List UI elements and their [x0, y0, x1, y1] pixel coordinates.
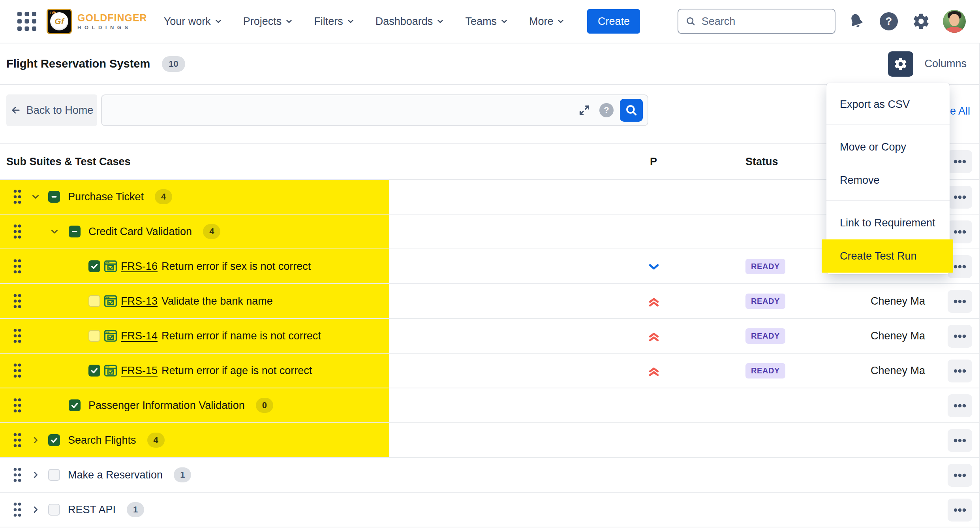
suite-count-badge: 4	[203, 224, 220, 239]
settings-button[interactable]	[910, 10, 933, 33]
row-checkbox-indeterminate[interactable]	[48, 191, 60, 203]
page-title: Flight Reservation System	[6, 57, 150, 70]
global-search-input[interactable]	[701, 15, 828, 28]
menu-item-create-test-run[interactable]: Create Test Run	[822, 239, 953, 273]
filter-search-input[interactable]	[111, 104, 576, 117]
search-help-button[interactable]: ?	[599, 103, 614, 117]
nav-item-projects[interactable]: Projects	[243, 15, 294, 28]
top-nav-menu: Your workProjectsFiltersDashboardsTeamsM…	[164, 15, 565, 28]
row-checkbox-unchecked[interactable]	[88, 330, 100, 342]
run-search-button[interactable]	[620, 99, 643, 122]
menu-item-remove[interactable]: Remove	[826, 164, 950, 197]
drag-handle[interactable]	[12, 362, 24, 380]
chevron-down-icon	[346, 17, 355, 26]
row-actions-button[interactable]	[948, 499, 972, 522]
drag-handle-icon	[12, 258, 23, 275]
row-actions-button[interactable]	[948, 464, 972, 487]
row-checkbox-unchecked[interactable]	[48, 469, 60, 481]
row-actions-button[interactable]	[948, 325, 972, 348]
back-to-home-link[interactable]: Back to Home	[6, 94, 97, 126]
suite-label[interactable]: Purchase Ticket	[68, 191, 144, 203]
search-icon	[685, 15, 696, 27]
nav-item-filters[interactable]: Filters	[314, 15, 355, 28]
collapse-toggle[interactable]	[49, 226, 60, 237]
assignee-name: Cheney Ma	[871, 365, 925, 377]
nav-item-dashboards[interactable]: Dashboards	[375, 15, 445, 28]
row-actions-button[interactable]	[948, 186, 972, 209]
row-checkbox-unchecked[interactable]	[88, 295, 100, 307]
columns-group: Columns	[888, 51, 967, 77]
row-checkbox-checked[interactable]	[88, 365, 100, 377]
test-key-link[interactable]: FRS-16	[121, 260, 158, 273]
row-actions-button[interactable]	[948, 290, 972, 313]
menu-item-move-or-copy[interactable]: Move or Copy	[826, 130, 950, 164]
drag-handle[interactable]	[12, 292, 24, 310]
brand-name: GOLDFINGER	[77, 13, 147, 23]
row-checkbox-checked[interactable]	[88, 260, 100, 272]
menu-item-export-as-csv[interactable]: Export as CSV	[826, 88, 950, 121]
goldfinger-logo[interactable]: 79F Gf	[47, 9, 72, 34]
row-checkbox-indeterminate[interactable]	[69, 226, 81, 237]
expand-toggle[interactable]	[30, 435, 41, 446]
expand-diagonal-icon	[578, 104, 591, 117]
drag-handle[interactable]	[12, 396, 24, 414]
minus-icon	[49, 192, 59, 201]
create-button[interactable]: Create	[587, 9, 640, 34]
drag-handle[interactable]	[12, 431, 24, 449]
header-actions-button[interactable]	[948, 150, 972, 173]
table-settings-button[interactable]	[888, 51, 913, 77]
nav-item-more[interactable]: More	[529, 15, 565, 28]
test-key-link[interactable]: FRS-14	[121, 330, 158, 342]
row-checkbox-checked[interactable]	[69, 399, 81, 411]
test-case-icon	[103, 294, 118, 308]
collapse-all-link-partial[interactable]: e All	[950, 105, 970, 117]
avatar-shirt	[945, 27, 964, 33]
nav-item-your-work[interactable]: Your work	[164, 15, 223, 28]
grid-icon	[17, 12, 36, 31]
test-title: Validate the bank name	[161, 295, 273, 307]
test-title: Return error if age is not correct	[161, 365, 312, 377]
suite-label[interactable]: Make a Reservation	[68, 469, 163, 481]
test-case-icon	[103, 363, 118, 378]
check-icon	[70, 401, 79, 410]
drag-handle[interactable]	[12, 466, 24, 484]
drag-handle[interactable]	[12, 188, 24, 206]
row-actions-button[interactable]	[948, 360, 972, 382]
help-button[interactable]: ?	[877, 10, 900, 33]
test-key-link[interactable]: FRS-13	[121, 295, 158, 307]
test-case-icon	[103, 363, 118, 378]
expand-toggle[interactable]	[30, 469, 41, 480]
priority-high-icon	[647, 364, 661, 378]
row-actions-button[interactable]	[948, 394, 972, 417]
menu-item-link-to-requirement[interactable]: Link to Requirement	[826, 206, 950, 239]
gear-icon	[912, 12, 930, 30]
row-checkbox-checked[interactable]	[48, 434, 60, 446]
suite-label[interactable]: Search Flights	[68, 434, 136, 446]
suite-label[interactable]: Passenger Information Validation	[88, 399, 245, 412]
nav-item-label: Dashboards	[375, 15, 433, 28]
row-actions-button[interactable]	[948, 429, 972, 452]
user-avatar[interactable]	[943, 10, 966, 33]
nav-item-teams[interactable]: Teams	[465, 15, 509, 28]
expand-editor-button[interactable]	[576, 102, 593, 119]
expand-toggle[interactable]	[30, 504, 41, 515]
drag-handle[interactable]	[12, 501, 24, 519]
test-key-link[interactable]: FRS-15	[121, 365, 158, 377]
suite-label[interactable]: Credit Card Validation	[88, 226, 192, 238]
drag-handle[interactable]	[12, 257, 24, 275]
check-icon	[49, 435, 59, 445]
filter-search-box[interactable]: ?	[101, 94, 648, 126]
gear-icon	[894, 57, 908, 71]
global-search[interactable]	[678, 9, 835, 34]
columns-button[interactable]: Columns	[924, 58, 967, 70]
status-badge: READY	[745, 294, 785, 309]
drag-handle[interactable]	[12, 222, 24, 241]
drag-handle[interactable]	[12, 327, 24, 345]
priority-high-icon	[647, 294, 661, 309]
collapse-toggle[interactable]	[30, 191, 41, 202]
app-switcher-icon[interactable]	[16, 10, 38, 32]
row-checkbox-unchecked[interactable]	[48, 504, 60, 516]
avatar-face	[949, 14, 959, 26]
suite-label[interactable]: REST API	[68, 504, 116, 516]
notifications-button[interactable]	[845, 10, 868, 33]
